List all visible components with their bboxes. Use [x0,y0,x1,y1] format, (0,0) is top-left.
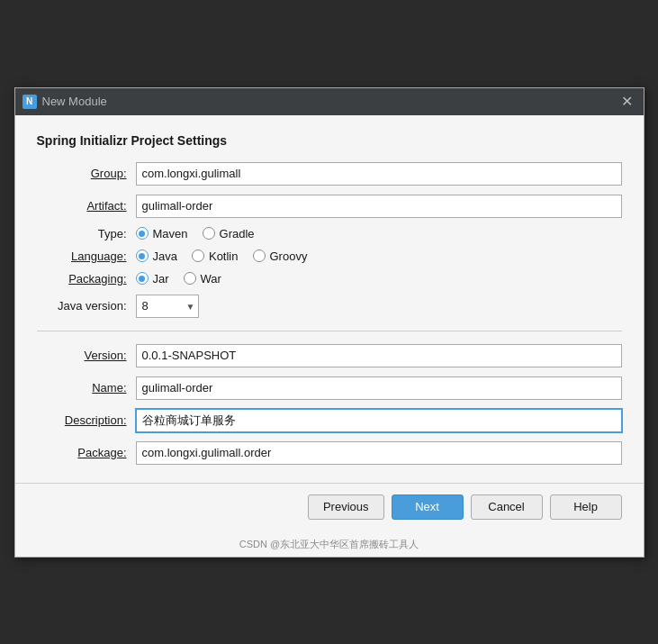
group-label: Group: [37,167,136,180]
name-label: Name: [37,381,136,395]
name-row: Name: [37,376,622,400]
language-row: Language: Java Kotlin Groovy [37,249,622,263]
cancel-button[interactable]: Cancel [471,494,543,520]
version-input[interactable] [136,344,622,367]
type-maven[interactable]: Maven [136,227,188,240]
packaging-war-radio[interactable] [184,272,196,285]
description-label: Description: [37,413,136,427]
language-radio-group: Java Kotlin Groovy [136,249,622,263]
new-module-dialog: N New Module ✕ Spring Initializr Project… [14,87,644,558]
type-gradle-label: Gradle [220,227,255,240]
description-input[interactable] [136,409,622,432]
package-label: Package: [37,446,136,459]
language-groovy[interactable]: Groovy [253,249,308,263]
language-label: Language: [37,249,136,263]
language-kotlin-radio[interactable] [192,249,204,262]
title-bar: N New Module ✕ [15,88,644,115]
watermark: CSDN @东北亚大中华区首席搬砖工具人 [15,534,644,557]
java-version-select[interactable]: 8 11 17 [136,295,199,318]
dialog-footer: Previous Next Cancel Help [15,483,644,534]
packaging-radio-group: Jar War [136,272,622,286]
packaging-war[interactable]: War [184,272,221,286]
type-maven-label: Maven [153,227,188,240]
name-input[interactable] [136,376,622,400]
group-input[interactable] [136,162,622,186]
type-label: Type: [37,227,136,240]
language-java-radio[interactable] [136,249,149,262]
packaging-war-label: War [201,272,221,286]
help-button[interactable]: Help [550,494,622,520]
version-label: Version: [37,349,136,362]
artifact-label: Artifact: [37,199,136,213]
language-kotlin-label: Kotlin [209,249,239,263]
packaging-row: Packaging: Jar War [37,272,622,286]
section-title: Spring Initializr Project Settings [37,133,622,148]
description-row: Description: [37,409,622,432]
packaging-jar[interactable]: Jar [136,272,169,286]
watermark-text: CSDN @东北亚大中华区首席搬砖工具人 [239,539,419,549]
java-version-row: Java version: 8 11 17 ▼ [37,295,622,318]
type-maven-radio[interactable] [136,227,149,240]
group-row: Group: [37,162,622,186]
language-groovy-label: Groovy [270,249,308,263]
package-row: Package: [37,441,622,465]
type-gradle[interactable]: Gradle [203,227,255,240]
title-bar-left: N New Module [23,95,107,109]
package-input[interactable] [136,441,622,465]
version-row: Version: [37,344,622,367]
language-java[interactable]: Java [136,249,177,263]
packaging-jar-radio[interactable] [136,272,149,285]
java-version-label: Java version: [37,299,136,313]
packaging-label: Packaging: [37,272,136,286]
type-radio-group: Maven Gradle [136,227,622,240]
divider [37,331,622,331]
language-java-label: Java [153,249,177,263]
type-gradle-radio[interactable] [203,227,215,240]
dialog-title: New Module [42,95,107,108]
close-button[interactable]: ✕ [617,95,636,109]
artifact-row: Artifact: [37,195,622,218]
artifact-input[interactable] [136,195,622,218]
packaging-jar-label: Jar [153,272,169,286]
previous-button[interactable]: Previous [308,494,384,520]
language-groovy-radio[interactable] [253,249,266,262]
language-kotlin[interactable]: Kotlin [192,249,239,263]
dialog-content: Spring Initializr Project Settings Group… [15,115,644,483]
java-version-select-wrapper: 8 11 17 ▼ [136,295,199,318]
next-button[interactable]: Next [392,494,464,520]
type-row: Type: Maven Gradle [37,227,622,240]
module-icon: N [23,95,37,109]
